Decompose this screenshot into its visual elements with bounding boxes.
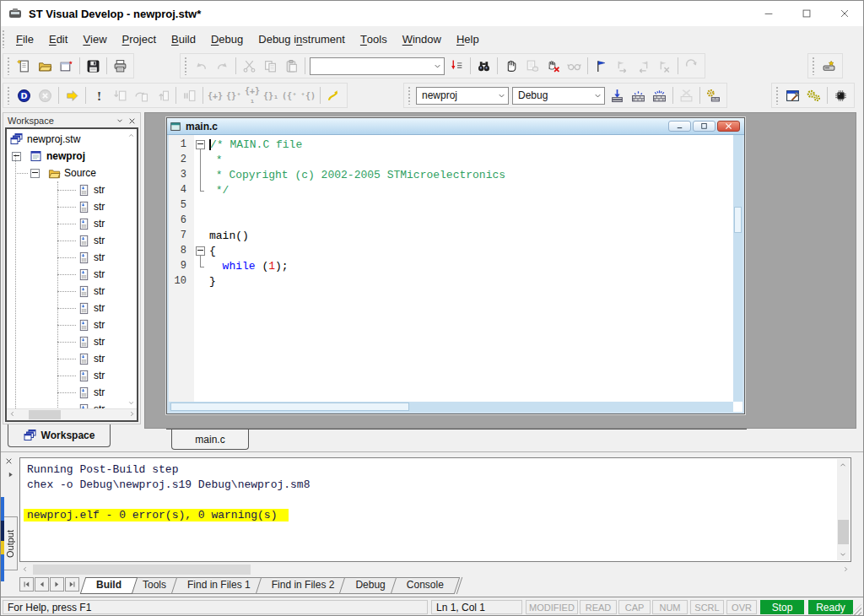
pan-hand-icon[interactable] (500, 56, 521, 76)
output-tab-build[interactable]: Build (83, 577, 135, 594)
tree-item-file[interactable]: str (7, 300, 126, 316)
tree-item-source[interactable]: Source (7, 165, 126, 181)
bookmark-icon[interactable] (591, 56, 612, 76)
code-text[interactable]: } (206, 275, 216, 288)
tree-item-file[interactable]: str (7, 215, 126, 232)
find-combobox[interactable] (310, 57, 445, 75)
code-text[interactable]: * Copyright (c) 2002-2005 STMicroelectro… (206, 169, 505, 181)
toolbar-grip[interactable] (7, 86, 11, 105)
find-next-icon[interactable] (446, 56, 467, 76)
tree-scroll-left-icon[interactable] (8, 410, 16, 418)
tree-item-file[interactable]: str (7, 283, 126, 300)
menu-build[interactable]: Build (164, 26, 203, 51)
tree-item-file[interactable]: str (7, 350, 126, 367)
go-icon[interactable]: ! (89, 85, 110, 105)
editor-maximize-button[interactable] (693, 121, 716, 132)
toolbar-grip[interactable] (775, 86, 780, 105)
build-config-icon[interactable] (703, 85, 724, 105)
menu-view[interactable]: View (75, 26, 114, 51)
tools-options-icon[interactable] (803, 85, 824, 105)
next-tab-button[interactable] (50, 577, 64, 592)
debugger-options-icon[interactable] (782, 85, 803, 105)
code-text[interactable]: */ (206, 184, 229, 197)
workspace-close-icon[interactable] (126, 117, 138, 125)
toolbar-grip[interactable] (408, 86, 412, 105)
new-text-icon[interactable] (56, 56, 77, 76)
output-tab-find-in-files-1[interactable]: Find in Files 1 (174, 577, 264, 594)
titlebar[interactable]: ST Visual Develop - newproj.stw* (1, 1, 863, 26)
tree-scroll-down-icon[interactable] (127, 399, 135, 407)
menu-window[interactable]: Window (395, 26, 449, 51)
output-scroll-right-icon[interactable] (842, 565, 850, 573)
code-text[interactable]: main() (206, 230, 249, 242)
output-scroll-up-icon[interactable] (839, 461, 847, 469)
code-text[interactable]: * (206, 154, 223, 166)
editor-vscroll-thumb[interactable] (734, 207, 742, 232)
tree-scrollbar-thumb[interactable] (29, 410, 61, 419)
fold-marker[interactable] (194, 182, 206, 197)
tree-horizontal-scrollbar[interactable] (7, 408, 137, 420)
minimize-button[interactable] (749, 1, 787, 26)
fold-collapse-box[interactable] (196, 246, 205, 256)
fold-collapse-box[interactable] (196, 140, 205, 149)
project-combobox[interactable]: newproj (416, 87, 509, 105)
menu-help[interactable]: Help (449, 26, 487, 51)
output-horizontal-scrollbar[interactable] (19, 564, 851, 575)
tree-expander-minus[interactable] (30, 169, 40, 178)
tree-item-file[interactable]: str (7, 367, 126, 384)
fold-marker[interactable] (194, 243, 206, 258)
editor-window-titlebar[interactable]: main.c (167, 118, 744, 135)
maximize-button[interactable] (787, 1, 825, 26)
find-in-files-icon[interactable] (473, 56, 494, 76)
rebuild-all-icon[interactable] (649, 85, 670, 105)
output-tab-console[interactable]: Console (393, 577, 457, 594)
reset-chip-icon[interactable] (323, 85, 344, 105)
fold-marker[interactable] (194, 258, 206, 273)
menu-edit[interactable]: Edit (41, 26, 75, 51)
new-document-icon[interactable] (14, 56, 35, 76)
tree-item-file[interactable]: str (7, 266, 126, 283)
editor-minimize-button[interactable] (668, 121, 691, 132)
output-pin-icon[interactable] (7, 471, 14, 478)
tree-item-file[interactable]: str (7, 181, 126, 198)
code-text[interactable]: { (206, 245, 216, 257)
last-tab-button[interactable] (65, 577, 79, 592)
save-icon[interactable] (83, 56, 104, 76)
menu-project[interactable]: Project (115, 26, 164, 51)
output-tab-find-in-files-2[interactable]: Find in Files 2 (258, 577, 348, 594)
stop-hand-icon[interactable] (543, 56, 564, 76)
tree-scroll-up-icon[interactable] (127, 132, 135, 139)
build-icon[interactable] (628, 85, 649, 105)
run-icon[interactable] (62, 85, 83, 105)
chevron-down-icon[interactable] (591, 91, 604, 100)
workspace-menu-chevron-icon[interactable] (114, 116, 126, 125)
tree-item-project[interactable]: newproj (7, 148, 126, 165)
toolbar-grip[interactable] (812, 57, 816, 75)
menu-tools[interactable]: Tools (353, 26, 395, 51)
editor-body[interactable]: 1/* MAIN.C file2 *3 * Copyright (c) 2002… (169, 135, 742, 412)
output-side-tab[interactable]: Output (3, 516, 18, 570)
programmer-icon[interactable] (818, 56, 840, 76)
editor-vertical-scrollbar[interactable] (733, 135, 742, 402)
fold-marker[interactable] (194, 137, 206, 152)
workspace-tab[interactable]: Workspace (8, 424, 111, 447)
output-scroll-left-icon[interactable] (21, 565, 29, 573)
previous-tab-button[interactable] (35, 577, 49, 592)
tree-scroll-right-icon[interactable] (128, 410, 136, 418)
configuration-combobox[interactable]: Debug (512, 87, 605, 105)
output-hscroll-thumb[interactable] (33, 565, 251, 575)
menu-debug-instrument[interactable]: Debug instrument (251, 26, 353, 51)
code-text[interactable]: /* MAIN.C file (206, 138, 302, 151)
chevron-down-icon[interactable] (430, 62, 444, 71)
menu-debug[interactable]: Debug (203, 26, 251, 51)
tree-item-file[interactable]: str (7, 316, 126, 333)
document-tab-main-c[interactable]: main.c (171, 430, 249, 450)
output-vscroll-thumb[interactable] (838, 520, 849, 544)
workspace-panel-titlebar[interactable]: Workspace (3, 113, 140, 127)
compile-icon[interactable] (607, 85, 628, 105)
tree-item-root[interactable]: newproj.stw (7, 131, 126, 148)
editor-horizontal-scrollbar[interactable] (169, 402, 733, 412)
open-workspace-icon[interactable] (35, 56, 56, 76)
first-tab-button[interactable] (19, 577, 34, 592)
mcu-icon[interactable] (830, 85, 851, 105)
